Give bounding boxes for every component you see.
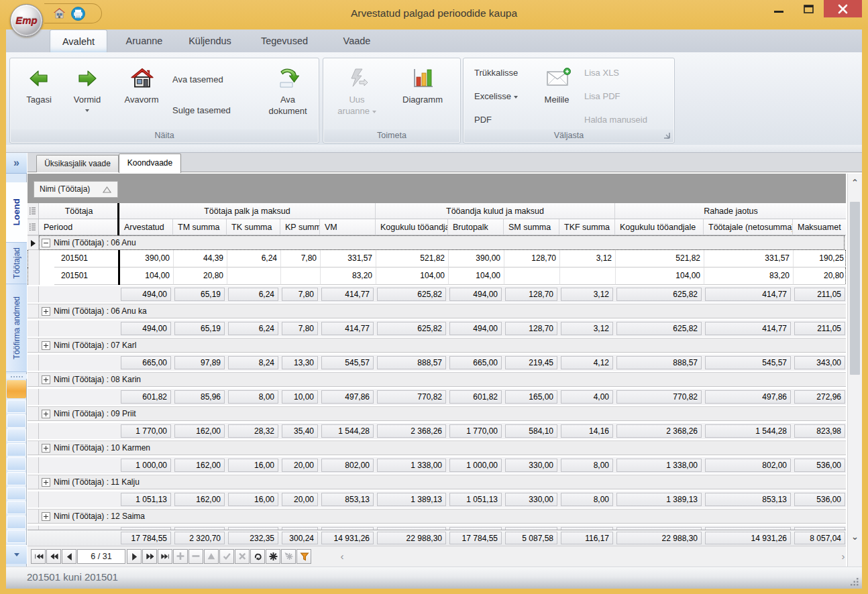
column-header[interactable]: Kogukulu tööandjale	[615, 219, 704, 235]
ribbon-tab-2[interactable]: Aruanne	[113, 29, 175, 52]
band-header[interactable]: Rahade jaotus	[615, 203, 846, 219]
column-header[interactable]: Töötajale (netosumma)	[704, 219, 793, 235]
scroll-down-icon[interactable]: ⌄	[848, 532, 862, 542]
sidebar-item[interactable]	[7, 443, 26, 457]
nav-funnel-button[interactable]	[296, 549, 311, 564]
sidebar-item[interactable]	[7, 472, 26, 485]
group-row[interactable]: Nimi (Töötaja) : 10 Karmen	[28, 440, 846, 455]
hscroll-left-icon[interactable]: ‹	[335, 549, 349, 564]
avavorm-button[interactable]: Avavorm	[115, 62, 168, 105]
data-cell[interactable]: 201501	[54, 250, 120, 268]
dialog-launcher-icon[interactable]	[663, 132, 672, 141]
trukkalisse-button[interactable]: Trükkalisse	[474, 68, 518, 78]
meilile-button[interactable]: Meilile	[535, 62, 579, 105]
sidebar-item[interactable]	[7, 501, 26, 514]
column-header[interactable]: Kogukulu tööandja	[376, 219, 448, 235]
data-cell[interactable]: 104,00	[616, 268, 704, 285]
sidebar-item[interactable]	[7, 400, 26, 413]
expand-group-icon[interactable]	[42, 307, 50, 316]
data-cell[interactable]: 331,57	[321, 250, 376, 268]
nav-edit-button[interactable]	[204, 549, 219, 564]
nav-last-button[interactable]	[158, 549, 172, 564]
data-row[interactable]: 201501390,0044,396,247,80331,57521,82390…	[28, 250, 846, 268]
nav-cancel-button[interactable]	[235, 549, 250, 564]
vormid-button[interactable]: Vormid	[64, 62, 111, 115]
diagramm-button[interactable]: Diagramm	[390, 62, 455, 105]
printer-icon[interactable]	[71, 7, 85, 20]
ava-tasemed-button[interactable]: Ava tasemed	[172, 74, 223, 84]
sidebar-expand-button[interactable]: »	[6, 153, 27, 174]
data-cell[interactable]	[560, 268, 616, 285]
nav-first-button[interactable]	[31, 549, 46, 564]
minimize-button[interactable]	[763, 0, 794, 17]
expand-group-icon[interactable]	[42, 478, 50, 487]
column-header[interactable]: Maksuamet	[793, 219, 846, 235]
sidebar-item[interactable]	[7, 487, 26, 500]
nav-endedit-button[interactable]	[219, 549, 234, 564]
ribbon-tab-5[interactable]: Vaade	[329, 29, 384, 52]
data-cell[interactable]: 390,00	[449, 250, 504, 268]
ribbon-tab-3[interactable]: Küljendus	[175, 29, 245, 52]
column-header[interactable]: Periood	[39, 219, 119, 235]
expand-group-icon[interactable]	[42, 341, 50, 350]
application-menu-button[interactable]: Emp	[10, 4, 43, 37]
sidebar-tab-3[interactable]: Tööfirma andmed	[6, 284, 27, 372]
data-cell[interactable]: 20,80	[794, 268, 846, 285]
sulge-tasemed-button[interactable]: Sulge tasemed	[172, 105, 231, 115]
data-cell[interactable]	[504, 268, 560, 285]
data-cell[interactable]: 521,82	[616, 250, 704, 268]
lisa-xls-button[interactable]: Lisa XLS	[584, 68, 619, 78]
column-header[interactable]: SM summa	[504, 219, 559, 235]
data-cell[interactable]	[281, 268, 321, 285]
data-cell[interactable]: 128,70	[504, 250, 560, 268]
halda-manuseid-button[interactable]: Halda manuseid	[584, 115, 647, 125]
collapse-group-icon[interactable]	[42, 239, 50, 247]
data-cell[interactable]: 104,00	[449, 268, 504, 285]
nav-next-button[interactable]	[127, 549, 142, 564]
sidebar-tab-1[interactable]: Loend	[6, 182, 27, 243]
sidebar-item[interactable]	[7, 530, 26, 543]
close-button[interactable]	[824, 0, 862, 17]
column-header[interactable]: KP summa	[280, 219, 320, 235]
data-cell[interactable]: 390,00	[120, 250, 174, 268]
group-row[interactable]: Nimi (Töötaja) : 06 Anu ka	[28, 304, 846, 318]
view-tab-1[interactable]: Üksikasjalik vaade	[36, 155, 119, 172]
data-cell[interactable]: 190,25	[794, 250, 846, 268]
data-cell[interactable]: 44,39	[174, 250, 227, 268]
data-grid[interactable]: TöötajaTöötaja palk ja maksudTööandja ku…	[28, 203, 846, 530]
column-header[interactable]: TKF summa	[559, 219, 615, 235]
sidebar-item[interactable]	[7, 428, 26, 442]
group-row[interactable]: Nimi (Töötaja) : 12 Saima	[28, 509, 846, 524]
expand-group-icon[interactable]	[42, 444, 50, 453]
group-by-panel[interactable]: Nimi (Töötaja)	[28, 174, 846, 203]
sidebar-item[interactable]	[7, 414, 26, 428]
home-icon[interactable]	[52, 7, 66, 20]
column-header[interactable]: Brutopalk	[448, 219, 504, 235]
data-cell[interactable]: 83,20	[321, 268, 376, 285]
sidebar-tab-2[interactable]: Töötajad	[6, 243, 27, 284]
nav-append-button[interactable]	[173, 549, 188, 564]
ribbon-tab-1[interactable]: Avaleht	[50, 29, 107, 52]
group-row[interactable]: Nimi (Töötaja) : 09 Priit	[28, 406, 846, 421]
expand-group-icon[interactable]	[42, 410, 50, 418]
data-cell[interactable]: 20,80	[174, 268, 227, 285]
data-cell[interactable]: 7,80	[281, 250, 321, 268]
column-header[interactable]: Arvestatud	[119, 219, 173, 235]
data-cell[interactable]: 104,00	[376, 268, 449, 285]
data-cell[interactable]: 331,57	[704, 250, 794, 268]
nav-delete-button[interactable]	[188, 549, 203, 564]
data-row[interactable]: 201501104,0020,8083,20104,00104,00104,00…	[28, 268, 846, 285]
nav-prev-page-button[interactable]	[46, 549, 61, 564]
expand-group-icon[interactable]	[42, 512, 50, 521]
pdf-button[interactable]: PDF	[474, 115, 492, 125]
group-row[interactable]: Nimi (Töötaja) : 08 Karin	[28, 372, 846, 387]
data-cell[interactable]	[227, 268, 281, 285]
nav-filter-button[interactable]	[266, 549, 280, 564]
excelisse-button[interactable]: Excelisse	[474, 91, 518, 101]
sidebar-scroll-down-button[interactable]	[6, 545, 27, 564]
resize-grip-icon[interactable]	[850, 577, 859, 587]
vertical-scrollbar-thumb[interactable]	[850, 202, 860, 375]
tagasi-button[interactable]: Tagasi	[17, 62, 61, 105]
group-row[interactable]: Nimi (Töötaja) : 11 Kalju	[28, 475, 846, 489]
band-header[interactable]: Töötaja	[39, 203, 119, 219]
